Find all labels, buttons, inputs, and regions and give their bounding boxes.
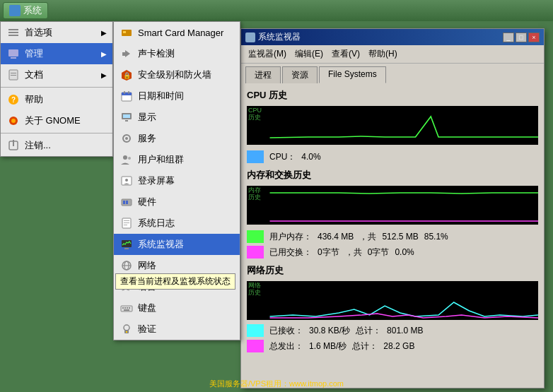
system-menu-button[interactable]: 系统 [3, 2, 48, 19]
sysmon-window: 系统监视器 _ □ × 监视器(M) 编辑(E) 查看(V) 帮助(H) 进程 … [240, 28, 545, 388]
submenu-loginscreen[interactable]: 登录屏幕 [114, 170, 240, 191]
network-chart-label: 网络历史 [248, 283, 261, 297]
svg-point-11 [11, 119, 16, 123]
menu-item-help[interactable]: ? 帮助 [1, 89, 112, 110]
svg-rect-0 [8, 29, 18, 30]
hardware-label: 硬件 [138, 196, 156, 208]
submenu-sysmonitor[interactable]: 系统监视器 [114, 234, 240, 255]
main-menu: 首选项 ▶ 管理 ▶ 文档 ▶ ? 帮助 关于 GNOME 注销. [0, 21, 113, 157]
menu-item-logout[interactable]: 注销... [1, 135, 112, 156]
svg-rect-15 [123, 31, 126, 33]
services-label: 服务 [138, 132, 156, 145]
svg-point-29 [123, 155, 127, 160]
about-gnome-label: 关于 GNOME [25, 114, 81, 127]
system-icon [9, 5, 21, 16]
svg-rect-37 [124, 220, 129, 221]
swap-color-box [247, 246, 264, 259]
svg-point-32 [125, 179, 128, 182]
window-menubar: 监视器(M) 编辑(E) 查看(V) 帮助(H) [241, 45, 544, 64]
help-label: 帮助 [25, 93, 43, 106]
svg-rect-48 [124, 307, 126, 309]
svg-point-30 [128, 157, 131, 160]
menubar-monitor[interactable]: 监视器(M) [244, 47, 291, 61]
loginscreen-label: 登录屏幕 [138, 174, 175, 187]
network-label: 网络 [138, 259, 156, 272]
svg-rect-39 [124, 225, 127, 225]
hardware-icon [120, 195, 134, 209]
svg-rect-35 [126, 201, 128, 204]
cpu-stat-row: CPU： 4.0% [247, 150, 538, 163]
preferences-arrow: ▶ [101, 29, 107, 37]
swap-pct: 0.0% [395, 247, 414, 257]
watermark: 美国服务器/VPS租用：www.itmop.com [0, 379, 553, 389]
window-title-icon [245, 32, 255, 42]
submenu-keyboard[interactable]: 键盘 [114, 297, 240, 319]
window-controls: _ □ × [503, 32, 540, 42]
cpu-color-box [247, 150, 264, 163]
submenu-datetime[interactable]: 日期和时间 [114, 85, 240, 107]
recv-total: 801.0 MB [387, 326, 423, 335]
admin-submenu: Smart Card Manager 声卡检测 🔒 安全级别和防火墙 日期和时间… [113, 21, 240, 340]
tab-resources[interactable]: 资源 [282, 66, 318, 83]
sysmonitor-icon [120, 237, 134, 251]
memory-section-title: 内存和交换历史 [247, 169, 538, 182]
submenu-services[interactable]: 服务 [114, 128, 240, 149]
tab-filesystems[interactable]: File Systems [319, 66, 386, 83]
docs-icon [6, 68, 21, 82]
menu-item-preferences[interactable]: 首选项 ▶ [1, 22, 112, 43]
soundcheck-label: 声卡检测 [138, 47, 175, 60]
menubar-view[interactable]: 查看(V) [327, 47, 364, 61]
help-icon: ? [6, 93, 21, 107]
submenu-syslog[interactable]: 系统日志 [114, 213, 240, 234]
preferences-icon [6, 25, 21, 40]
user-mem-label: 用户内存： [269, 231, 312, 243]
gnome-icon [6, 114, 21, 128]
send-total-label: 总计： [352, 340, 378, 352]
minimize-button[interactable]: _ [503, 32, 514, 42]
user-mem-pct: 85.1% [424, 232, 448, 242]
svg-rect-6 [11, 73, 16, 73]
send-label: 总发出： [269, 340, 303, 352]
network-chart: 网络历史 [247, 281, 538, 320]
svg-rect-7 [11, 75, 16, 76]
submenu-smartcard[interactable]: Smart Card Manager [114, 22, 240, 43]
memory-chart: 内存历史 [247, 186, 538, 225]
svg-rect-1 [8, 32, 18, 33]
preferences-label: 首选项 [25, 26, 52, 39]
submenu-soundcheck[interactable]: 声卡检测 [114, 43, 240, 64]
submenu-firewall[interactable]: 🔒 安全级别和防火墙 [114, 64, 240, 85]
syslog-icon [120, 216, 134, 230]
services-icon [120, 131, 134, 145]
user-mem-value: 436.4 MB [318, 232, 354, 242]
loginscreen-icon [120, 174, 134, 188]
submenu-auth[interactable]: 验证 [114, 319, 240, 340]
maximize-button[interactable]: □ [516, 32, 527, 42]
logout-icon [6, 138, 21, 153]
keyboard-label: 键盘 [138, 302, 156, 314]
swap-value: 0字节 [318, 247, 339, 259]
send-value: 1.6 MB/秒 [309, 340, 347, 352]
display-icon [120, 110, 134, 124]
recv-stat-row: 已接收： 30.8 KB/秒 总计： 801.0 MB [247, 324, 538, 337]
menubar-edit[interactable]: 编辑(E) [291, 47, 327, 61]
sysmonitor-label: 系统监视器 [138, 238, 184, 251]
cpu-section-title: CPU 历史 [247, 89, 538, 102]
svg-rect-38 [124, 222, 129, 223]
close-button[interactable]: × [528, 32, 540, 42]
menu-item-admin[interactable]: 管理 ▶ [1, 43, 112, 64]
menu-item-about-gnome[interactable]: 关于 GNOME [1, 110, 112, 131]
memory-chart-label: 内存历史 [248, 187, 261, 201]
tab-process[interactable]: 进程 [245, 66, 281, 83]
user-mem-color-box [247, 230, 264, 243]
users-icon [120, 153, 134, 167]
submenu-users[interactable]: 用户和组群 [114, 149, 240, 170]
submenu-display[interactable]: 显示 [114, 107, 240, 128]
user-mem-total-label: ，共 [359, 231, 376, 243]
menu-item-docs[interactable]: 文档 ▶ [1, 64, 112, 85]
svg-text:🔒: 🔒 [123, 71, 132, 80]
svg-rect-49 [127, 307, 128, 309]
window-title: 系统监视器 [258, 31, 301, 43]
submenu-hardware[interactable]: 硬件 [114, 191, 240, 213]
menubar-help[interactable]: 帮助(H) [364, 47, 402, 61]
logout-label: 注销... [25, 139, 51, 152]
